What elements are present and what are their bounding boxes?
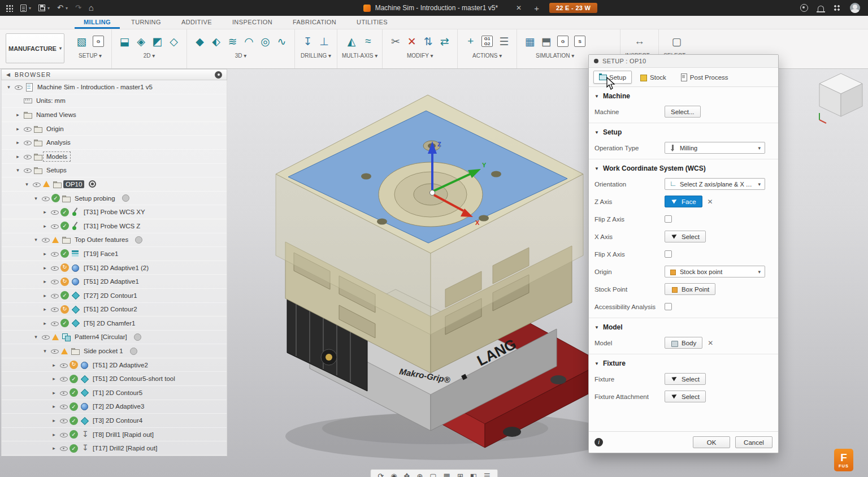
toolbar-group-label-modify[interactable]: MODIFY ▾ <box>407 53 433 59</box>
tree-item-t51-2d-adaptive1-2[interactable]: ▸[T51] 2D Adaptive1 (2) <box>2 261 227 275</box>
tree-item-t17-drill2-rapid-out[interactable]: ▸[T17] Drill2 [Rapid out] <box>2 441 227 456</box>
viewcube[interactable] <box>819 73 862 123</box>
visibility-eye-icon[interactable] <box>50 305 59 314</box>
tree-item-t51-2d-contour5-short-tool[interactable]: ▸[T51] 2D Contour5-short tool <box>2 372 227 386</box>
operation-type-dropdown[interactable]: Milling▾ <box>665 142 765 154</box>
expand-arrow-icon[interactable]: ▾ <box>14 167 21 173</box>
extensions-grid-icon[interactable] <box>834 5 840 11</box>
tree-item-origin[interactable]: ▸Origin <box>2 122 227 136</box>
delete-toolpath-icon[interactable]: ✕ <box>403 31 420 52</box>
expand-arrow-icon[interactable]: ▸ <box>50 404 58 409</box>
tree-item-label[interactable]: [T51] 2D Adaptive1 <box>81 277 141 285</box>
tree-item-label[interactable]: [T3] 2D Contour4 <box>90 417 145 424</box>
expand-arrow-icon[interactable]: ▾ <box>32 334 40 340</box>
morph-icon[interactable]: ∿ <box>274 31 290 52</box>
adaptive-2d-icon[interactable]: ◈ <box>133 31 149 52</box>
tree-item-label[interactable]: [T51] 2D Contour5-short tool <box>90 375 177 383</box>
visibility-eye-icon[interactable] <box>50 277 59 286</box>
home-icon[interactable]: ⌂ <box>89 0 94 16</box>
pocket-2d-icon[interactable]: ◩ <box>149 31 166 52</box>
stock-point-button[interactable]: Box Point <box>665 283 715 295</box>
redo-icon[interactable]: ↷ <box>75 0 81 16</box>
expand-arrow-icon[interactable]: ▸ <box>14 112 21 118</box>
notifications-bell-icon[interactable] <box>818 6 824 11</box>
save-icon[interactable] <box>38 5 45 11</box>
tap-icon[interactable]: ⊥ <box>316 31 332 52</box>
tree-item-t27-2d-contour1[interactable]: ▸[T27] 2D Contour1 <box>2 289 227 303</box>
visibility-eye-icon[interactable] <box>32 180 41 188</box>
orientation-dropdown[interactable]: Select Z axis/plane & X axi...▾ <box>665 178 765 190</box>
toolbar-group-label-simulation[interactable]: SIMULATION ▾ <box>536 53 574 59</box>
undo-icon[interactable]: ↶ <box>57 0 63 16</box>
tree-item-label[interactable]: [T51] 2D Adaptive2 <box>90 361 150 369</box>
tree-item-label[interactable]: Named Views <box>34 111 79 119</box>
tree-item-label[interactable]: Models <box>44 153 70 161</box>
expand-arrow-icon[interactable]: ▸ <box>41 251 49 257</box>
tree-item-label[interactable]: [T27] 2D Contour1 <box>81 292 140 300</box>
tree-item-machine-sim-introduction-master1-v5[interactable]: ▾Machine Sim - Introduction - master1 v5 <box>2 80 227 94</box>
pan-icon[interactable]: ✥ <box>403 472 410 477</box>
section-header-setup[interactable]: ▼Setup <box>589 123 778 139</box>
edit-toolpath-icon[interactable]: ⇅ <box>420 31 436 52</box>
contour-2d-icon[interactable]: ◇ <box>166 31 182 52</box>
flip-z-axis-checkbox[interactable] <box>665 215 672 223</box>
tree-item-t31-probe-wcs-xy[interactable]: ▸[T31] Probe WCS XY <box>2 205 227 219</box>
tree-item-label[interactable]: Units: mm <box>34 97 68 105</box>
model-button[interactable]: Body <box>665 337 702 349</box>
section-header-fixture[interactable]: ▼Fixture <box>589 354 778 370</box>
ok-button[interactable]: OK <box>693 436 730 448</box>
tree-item-t5-2d-chamfer1[interactable]: ▸[T5] 2D Chamfer1 <box>2 316 227 331</box>
tree-item-t3-2d-contour4[interactable]: ▸[T3] 2D Contour4 <box>2 414 227 428</box>
zoom-icon[interactable]: ⊕ <box>416 472 423 477</box>
visibility-eye-icon[interactable] <box>59 361 68 369</box>
expand-arrow-icon[interactable]: ▸ <box>50 432 58 437</box>
tree-item-label[interactable]: OP10 <box>63 180 84 188</box>
expand-arrow-icon[interactable]: ▸ <box>41 320 49 326</box>
nc-program-icon[interactable]: G <box>93 36 104 47</box>
visibility-eye-icon[interactable] <box>41 333 50 341</box>
visibility-eye-icon[interactable] <box>50 208 59 216</box>
machine-button[interactable]: Select... <box>665 106 701 118</box>
visibility-eye-icon[interactable] <box>59 388 68 397</box>
orbit-icon[interactable]: ⟳ <box>377 472 384 477</box>
expand-arrow-icon[interactable]: ▾ <box>41 348 49 354</box>
expand-arrow-icon[interactable]: ▸ <box>14 140 21 145</box>
visibility-eye-icon[interactable] <box>59 417 68 425</box>
tree-item-label[interactable]: [T31] Probe WCS Z <box>81 222 142 230</box>
expand-arrow-icon[interactable]: ▸ <box>14 126 21 132</box>
toolbar-group-label-setup[interactable]: SETUP ▾ <box>79 53 102 59</box>
spiral-icon[interactable]: ◎ <box>257 31 274 52</box>
tree-item-label[interactable]: [T2] 2D Adaptive3 <box>90 402 146 410</box>
app-grid-icon[interactable] <box>6 5 13 12</box>
tab-inspection[interactable]: INSPECTION <box>223 16 281 29</box>
adaptive-3d-icon[interactable]: ◆ <box>192 31 208 52</box>
tree-item-setup-probing[interactable]: ▾Setup probing <box>2 192 227 206</box>
tree-item-label[interactable]: [T19] Face1 <box>81 250 120 258</box>
tree-item-t8-drill1-rapid-out[interactable]: ▸[T8] Drill1 [Rapid out] <box>2 428 227 442</box>
machine-icon[interactable]: ⬒ <box>538 31 554 52</box>
new-tab-icon[interactable]: + <box>534 3 539 13</box>
expand-arrow-icon[interactable]: ▸ <box>41 279 49 284</box>
select-cursor-icon[interactable]: ▢ <box>669 31 685 52</box>
save-caret-icon[interactable]: ▾ <box>47 6 50 11</box>
dialog-tab-setup[interactable]: Setup <box>593 71 632 84</box>
g-doc-icon[interactable]: G <box>557 36 568 47</box>
expand-arrow-icon[interactable]: ▸ <box>50 376 58 381</box>
undo-caret-icon[interactable]: ▾ <box>66 6 68 11</box>
tree-item-units-mm[interactable]: Units: mm <box>2 94 227 109</box>
visibility-eye-icon[interactable] <box>23 138 32 147</box>
setup-dialog-header[interactable]: SETUP : OP10 <box>589 55 778 68</box>
navbar-settings-icon[interactable]: ☰ <box>484 472 491 477</box>
tree-item-label[interactable]: Machine Sim - Introduction - master1 v5 <box>35 83 155 91</box>
visibility-eye-icon[interactable] <box>50 249 59 258</box>
viewports-icon[interactable]: ◧ <box>470 472 477 477</box>
tree-item-label[interactable]: Analysis <box>44 138 73 146</box>
tree-item-label[interactable]: [T8] Drill1 [Rapid out] <box>90 431 156 439</box>
x-axis-button[interactable]: Select <box>665 231 706 242</box>
tree-item-side-pocket-1[interactable]: ▾Side pocket 1 <box>2 344 227 358</box>
compare-icon[interactable]: ⇄ <box>436 31 453 52</box>
toolbar-group-label-3d[interactable]: 3D ▾ <box>235 53 247 59</box>
tree-item-top-outer-features[interactable]: ▾Top Outer features <box>2 233 227 248</box>
visibility-eye-icon[interactable] <box>59 375 68 383</box>
s-doc-icon[interactable]: S <box>574 36 585 47</box>
